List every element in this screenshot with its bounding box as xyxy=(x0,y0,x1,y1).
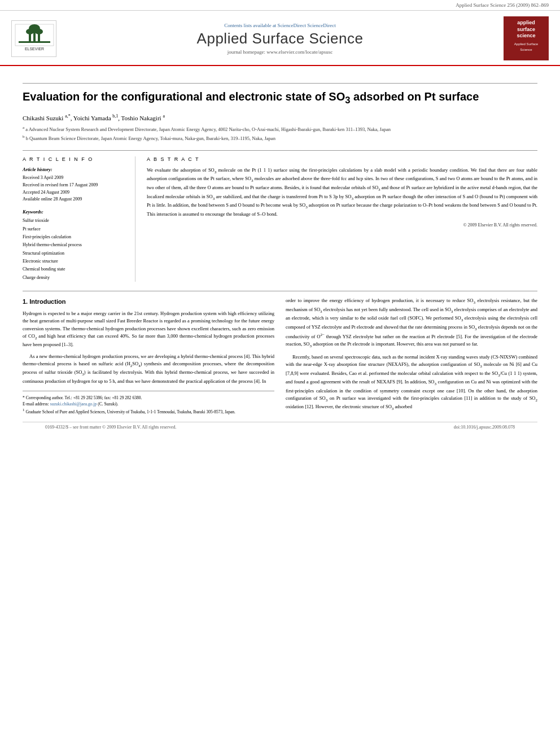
svg-text:Applied Surface: Applied Surface xyxy=(514,42,539,46)
top-bar: Applied Surface Science 256 (2009) 862–8… xyxy=(0,0,560,11)
journal-header: ELSEVIER Contents lists available at Sci… xyxy=(0,11,560,66)
journal-logo-graphic: Applied Surface Science xyxy=(509,40,543,55)
journal-logo-box: applied surface science Applied Surface … xyxy=(504,16,549,60)
body-col-left: 1. Introduction Hydrogen is expected to … xyxy=(23,297,274,416)
abstract-section: A B S T R A C T We evaluate the adsorpti… xyxy=(147,156,537,282)
article-title: Evaluation for the configurational and e… xyxy=(23,89,537,107)
sciencedirect-link: Contents lists available at ScienceDirec… xyxy=(68,23,492,28)
bottom-bar: 0169-4332/$ – see front matter © 2009 El… xyxy=(23,422,537,432)
article-info-heading: A R T I C L E I N F O xyxy=(23,156,127,162)
info-abstract-row: A R T I C L E I N F O Article history: R… xyxy=(23,156,537,282)
abstract-text: We evaluate the adsorption of SO3 molecu… xyxy=(147,167,537,218)
elsevier-logo: ELSEVIER xyxy=(11,20,56,57)
keyword-8: Charge density xyxy=(23,274,127,282)
keywords-title: Keywords: xyxy=(23,209,127,215)
affiliations: a a Advanced Nuclear System Research and… xyxy=(23,125,537,142)
article-info: A R T I C L E I N F O Article history: R… xyxy=(23,156,135,282)
mid-divider xyxy=(23,150,537,151)
keyword-1: Sulfur trioxide xyxy=(23,217,127,225)
keyword-2: Pt surface xyxy=(23,225,127,233)
abstract-heading: A B S T R A C T xyxy=(147,156,537,162)
body-section: 1. Introduction Hydrogen is expected to … xyxy=(23,297,537,416)
journal-citation: Applied Surface Science 256 (2009) 862–8… xyxy=(456,2,549,8)
received-date: Received 3 April 2009 xyxy=(23,174,127,182)
revised-date: Received in revised form 17 August 2009 xyxy=(23,182,127,189)
keyword-6: Electronic structure xyxy=(23,257,127,265)
keywords-list: Sulfur trioxide Pt surface First-princip… xyxy=(23,217,127,282)
copyright: © 2009 Elsevier B.V. All rights reserved… xyxy=(147,222,537,228)
svg-text:ELSEVIER: ELSEVIER xyxy=(25,47,44,51)
footnote-email: E-mail address: suzuki.chikashi@jaea.go.… xyxy=(23,401,274,407)
footnote-1: * Corresponding author. Tel.: +81 29 282… xyxy=(23,395,274,401)
intro-para-3: order to improve the energy efficiency o… xyxy=(286,297,537,350)
top-divider xyxy=(23,83,537,84)
keyword-5: Structural optimization xyxy=(23,250,127,257)
keyword-3: First-principles calculation xyxy=(23,233,127,241)
svg-text:Science: Science xyxy=(520,48,532,51)
elsevier-logo-svg: ELSEVIER xyxy=(14,23,55,54)
affiliation-b: b b Quantum Beam Science Directorate, Ja… xyxy=(23,134,537,142)
intro-para-1: Hydrogen is expected to be a major energ… xyxy=(23,310,274,348)
intro-para-4: Recently, based on several spectroscopic… xyxy=(286,353,537,412)
page: Applied Surface Science 256 (2009) 862–8… xyxy=(0,0,560,747)
keyword-7: Chemical bonding state xyxy=(23,265,127,273)
journal-center: Contents lists available at ScienceDirec… xyxy=(68,23,492,55)
sciencedirect-name: ScienceDirect xyxy=(307,23,335,28)
body-col-right: order to improve the energy efficiency o… xyxy=(286,297,537,416)
accepted-date: Accepted 24 August 2009 xyxy=(23,189,127,196)
history-label: Article history: xyxy=(23,167,127,172)
email-link: suzuki.chikashi@jaea.go.jp xyxy=(50,401,97,407)
doi: doi:10.1016/j.apsusc.2009.08.078 xyxy=(454,425,515,430)
keyword-4: Hybrid thermo-chemical process xyxy=(23,241,127,249)
svg-point-5 xyxy=(26,29,34,34)
journal-logo-right: applied surface science Applied Surface … xyxy=(504,16,549,60)
svg-point-6 xyxy=(35,29,43,34)
intro-heading: 1. Introduction xyxy=(23,297,274,307)
authors: Chikashi Suzuki a,*, Yoichi Yamada b,1, … xyxy=(23,113,537,121)
journal-homepage: journal homepage: www.elsevier.com/locat… xyxy=(68,49,492,55)
svg-rect-7 xyxy=(19,41,50,43)
footnote-2: 1 Graduate School of Pure and Applied Sc… xyxy=(23,407,274,415)
online-date: Available online 28 August 2009 xyxy=(23,196,127,203)
issn-notice: 0169-4332/$ – see front matter © 2009 El… xyxy=(45,425,177,430)
logo-title-line2: surface science xyxy=(508,27,544,40)
logo-title-line1: applied xyxy=(508,20,544,27)
body-divider xyxy=(23,291,537,291)
intro-para-2: As a new thermo-chemical hydrogen produc… xyxy=(23,353,274,385)
footnotes: * Corresponding author. Tel.: +81 29 282… xyxy=(23,391,274,415)
article-dates: Received 3 April 2009 Received in revise… xyxy=(23,174,127,203)
journal-title: Applied Surface Science xyxy=(68,30,492,47)
article-content: Evaluation for the configurational and e… xyxy=(0,66,560,443)
affiliation-a: a a Advanced Nuclear System Research and… xyxy=(23,125,537,133)
